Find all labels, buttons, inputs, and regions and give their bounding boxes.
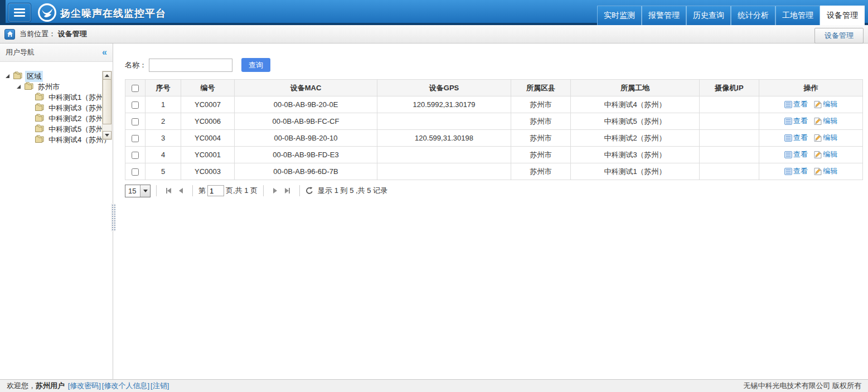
nav-tab[interactable]: 设备管理: [820, 6, 865, 25]
row-checkbox[interactable]: [132, 118, 139, 125]
cell-code: YC0004: [181, 130, 235, 147]
sidebar: 用户导航 « 区域: [0, 43, 113, 379]
main-content: 名称： 查询 序号 编号 设: [113, 43, 868, 379]
column-header: 设备MAC: [235, 80, 377, 96]
next-page-button[interactable]: [273, 188, 277, 193]
scroll-down-button[interactable]: [103, 131, 111, 139]
column-header: 所属工地: [571, 80, 700, 96]
device-table: 序号 编号 设备MAC 设备GPS 所属区县 所属工地 摄像机IP: [125, 79, 863, 180]
page-size-select[interactable]: 15: [125, 185, 151, 197]
cell-gps: 120.599,31.30198: [377, 130, 511, 147]
sidebar-splitter-handle[interactable]: [111, 204, 115, 231]
breadcrumb: 当前位置： 设备管理: [20, 29, 87, 39]
edit-link[interactable]: 编辑: [814, 116, 837, 126]
query-button[interactable]: 查询: [241, 58, 270, 72]
view-link[interactable]: 查看: [784, 99, 808, 109]
view-icon: [784, 151, 792, 158]
column-header: 摄像机IP: [700, 80, 759, 96]
page-number-input[interactable]: [207, 185, 224, 196]
edit-link[interactable]: 编辑: [814, 133, 837, 143]
footer-link[interactable]: [修改个人信息]: [102, 381, 149, 391]
row-checkbox[interactable]: [132, 135, 139, 142]
cell-district: 苏州市: [511, 147, 571, 163]
row-select-cell: [125, 130, 146, 147]
view-link[interactable]: 查看: [784, 116, 808, 126]
search-label: 名称：: [125, 60, 147, 70]
nav-tab[interactable]: 历史查询: [686, 6, 731, 25]
folder-icon: [24, 82, 34, 92]
footer-link[interactable]: [修改密码]: [68, 381, 101, 391]
cell-gps: [377, 163, 511, 180]
tree-node-site[interactable]: 中科测试4（苏州）: [2, 134, 110, 145]
first-page-button[interactable]: [166, 188, 171, 193]
select-all-checkbox[interactable]: [132, 85, 139, 92]
table-row: 3 YC0004 00-0B-AB-9B-20-10 120.599,31.30…: [125, 130, 863, 147]
last-page-button[interactable]: [285, 188, 290, 193]
cell-camera-ip: [700, 147, 759, 163]
region-tree: 区域 苏州市: [0, 62, 113, 147]
scrollbar-track[interactable]: [103, 124, 111, 131]
cell-actions: 查看 编辑: [759, 147, 863, 163]
view-link[interactable]: 查看: [784, 166, 808, 176]
cell-code: YC0006: [181, 113, 235, 130]
view-link[interactable]: 查看: [784, 133, 808, 143]
edit-link[interactable]: 编辑: [814, 149, 837, 159]
view-icon: [784, 101, 792, 108]
cell-district: 苏州市: [511, 130, 571, 147]
menu-toggle-button[interactable]: [8, 3, 31, 22]
edit-link[interactable]: 编辑: [814, 99, 837, 109]
tree-expander-icon[interactable]: [6, 74, 9, 78]
nav-tab[interactable]: 统计分析: [731, 6, 775, 25]
sidebar-collapse-icon[interactable]: «: [102, 47, 107, 57]
row-select-cell: [125, 113, 146, 130]
page-label-prefix: 第: [198, 186, 206, 196]
copyright-text: 无锡中科光电技术有限公司 版权所有: [743, 381, 861, 391]
chevron-down-icon[interactable]: [140, 185, 150, 197]
nav-tab[interactable]: 实时监测: [597, 6, 642, 25]
footer-link[interactable]: [注销]: [151, 381, 169, 391]
row-select-cell: [125, 96, 146, 113]
device-management-button[interactable]: 设备管理: [814, 28, 864, 43]
edit-icon: [814, 101, 822, 108]
breadcrumb-prefix: 当前位置：: [20, 30, 56, 38]
tree-node-label[interactable]: 区域: [25, 71, 43, 82]
main-nav-tabs: 实时监测 报警管理 历史查询 统计分析 工地管理 设备管理: [597, 6, 865, 25]
scroll-up-button[interactable]: [103, 71, 111, 80]
folder-icon: [35, 135, 45, 145]
tree-node-site[interactable]: 中科测试2（苏州）: [2, 113, 110, 124]
nav-tab[interactable]: 工地管理: [775, 6, 820, 25]
tree-scrollbar: [102, 71, 112, 140]
cell-site: 中科测试4（苏州）: [571, 96, 700, 113]
row-checkbox[interactable]: [132, 168, 139, 176]
cell-seq: 3: [146, 130, 181, 147]
select-all-cell: [125, 80, 146, 96]
scrollbar-thumb[interactable]: [103, 80, 111, 124]
row-checkbox[interactable]: [132, 152, 139, 159]
tree-node-label[interactable]: 苏州市: [36, 81, 61, 93]
view-link[interactable]: 查看: [784, 149, 808, 159]
home-icon[interactable]: [4, 29, 15, 40]
tree-expander-icon[interactable]: [17, 85, 21, 89]
folder-icon: [35, 103, 45, 113]
tree-node-city[interactable]: 苏州市: [2, 81, 110, 92]
tree-node-site[interactable]: 中科测试3（苏州）: [2, 103, 110, 113]
breadcrumb-bar: 当前位置： 设备管理 设备管理: [0, 25, 868, 43]
view-icon: [784, 168, 792, 175]
footer: 欢迎您， 苏州用户 [修改密码] [修改个人信息] [注销] 无锡中科光电技术有…: [0, 379, 868, 392]
cell-mac: 00-0B-AB-9B-20-10: [235, 130, 377, 147]
pagination-summary: 显示 1 到 5 ,共 5 记录: [318, 186, 387, 196]
refresh-icon[interactable]: [306, 187, 313, 195]
tree-node-region[interactable]: 区域: [2, 71, 110, 81]
edit-icon: [814, 134, 822, 142]
edit-link[interactable]: 编辑: [814, 166, 837, 176]
name-search-input[interactable]: [149, 59, 232, 72]
tree-node-site[interactable]: 中科测试5（苏州）: [2, 124, 110, 134]
prev-page-button[interactable]: [179, 188, 183, 193]
edit-icon: [814, 168, 822, 175]
nav-tab[interactable]: 报警管理: [642, 6, 686, 25]
cell-seq: 4: [146, 147, 181, 163]
column-header: 设备GPS: [377, 80, 511, 96]
row-checkbox[interactable]: [132, 101, 139, 109]
tree-node-site[interactable]: 中科测试1（苏州）: [2, 92, 110, 103]
view-icon: [784, 118, 792, 125]
